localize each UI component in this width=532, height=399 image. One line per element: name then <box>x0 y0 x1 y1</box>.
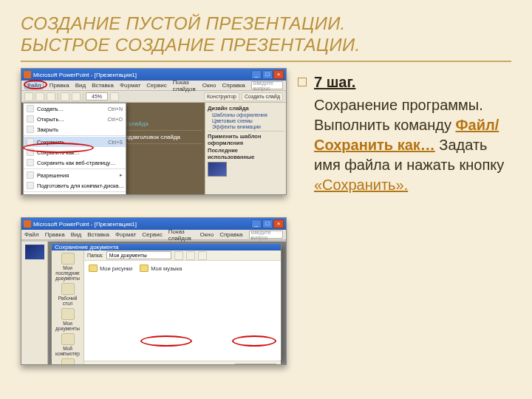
task-pane-apply-header: Применить шаблон оформления <box>208 133 284 146</box>
menu-file[interactable]: Файл <box>24 231 39 238</box>
place-recent[interactable]: Мои последние документы <box>55 253 81 281</box>
maximize-button[interactable]: □ <box>262 70 273 79</box>
toolbar: 45% Конструктор Создать слайд <box>21 91 286 103</box>
nav-tools-button[interactable] <box>198 251 207 260</box>
app-icon <box>24 71 31 78</box>
save-dialog-bottom: Имя файла: Презентация1 Сохранить Тип фа… <box>84 361 281 365</box>
menu-window[interactable]: Окно <box>202 82 216 89</box>
window-titlebar: Microsoft PowerPoint - [Презентация1] _ … <box>21 218 286 230</box>
close-button[interactable]: × <box>273 219 284 228</box>
menu-tools[interactable]: Сервис <box>146 82 166 89</box>
task-pane: Дизайн слайда Шаблоны оформления Цветовы… <box>205 103 286 194</box>
toolbar-button[interactable] <box>110 92 119 101</box>
template-preview[interactable] <box>208 162 227 177</box>
folder-label: Папка: <box>87 253 103 258</box>
place-desktop[interactable]: Рабочий стол <box>55 283 81 306</box>
toolbar-button[interactable] <box>72 92 81 101</box>
toolbar-button[interactable] <box>24 92 33 101</box>
open-icon <box>27 115 34 123</box>
save-icon <box>27 138 34 146</box>
instruction-save-button-text: «Сохранить». <box>314 177 408 193</box>
save-dialog: Сохранение документа Мои последние докум… <box>51 243 282 360</box>
folder-icon <box>140 265 149 272</box>
menu-help[interactable]: Справка <box>219 231 242 238</box>
task-pane-link[interactable]: Цветовые схемы <box>212 118 284 123</box>
menubar: Файл Правка Вид Вставка Формат Сервис По… <box>21 81 286 91</box>
network-icon <box>61 358 75 365</box>
zoom-combo[interactable]: 45% <box>86 92 108 100</box>
menu-view[interactable]: Вид <box>75 82 86 89</box>
folder-toolbar: Папка: Мои документы <box>84 250 281 261</box>
file-menu-dropdown: Создать…Ctrl+N Открыть…Ctrl+O Закрыть Со… <box>23 103 126 195</box>
folder-list[interactable]: Мои рисунки Моя музыка <box>84 261 281 361</box>
minimize-button[interactable]: _ <box>251 219 262 228</box>
close-button[interactable]: × <box>273 70 284 79</box>
menu-edit[interactable]: Правка <box>45 231 65 238</box>
folder-combo[interactable]: Мои документы <box>106 251 171 259</box>
folder-item[interactable]: Мои рисунки <box>89 265 132 272</box>
menu-insert[interactable]: Вставка <box>92 82 114 89</box>
save-as-icon <box>27 149 34 156</box>
nav-up-button[interactable] <box>186 251 195 260</box>
file-menu-save-as[interactable]: Сохранить как… <box>24 147 126 157</box>
menu-window[interactable]: Окно <box>200 231 214 238</box>
new-icon <box>27 105 34 112</box>
place-mycomputer[interactable]: Мой компьютер <box>55 333 81 356</box>
save-button[interactable]: Сохранить <box>234 364 277 365</box>
menu-format[interactable]: Формат <box>115 231 136 238</box>
folder-icon <box>61 253 75 265</box>
file-menu-close[interactable]: Закрыть <box>24 124 126 134</box>
slide-title-placeholder: ок слайда <box>121 119 202 129</box>
menu-view[interactable]: Вид <box>71 231 81 238</box>
task-pane-link[interactable]: Эффекты анимации <box>212 124 284 129</box>
desktop-icon <box>61 283 75 295</box>
nav-back-button[interactable] <box>174 251 183 260</box>
step-label: 7 шаг. <box>314 74 355 90</box>
help-search-input[interactable]: Введите вопрос <box>249 231 283 239</box>
page-icon <box>27 194 34 195</box>
file-menu-save-as-web[interactable]: Сохранить как веб-страницу… <box>24 157 126 168</box>
file-menu-open[interactable]: Открыть…Ctrl+O <box>24 114 126 124</box>
folder-item[interactable]: Моя музыка <box>140 265 182 272</box>
instruction-text: 7 шаг. Сохранение программы. Выполнить к… <box>292 66 532 399</box>
menu-help[interactable]: Справка <box>222 82 245 89</box>
help-search-input[interactable]: Введите вопрос <box>251 81 283 89</box>
slide-thumbnail[interactable] <box>25 245 44 259</box>
window-title: Microsoft PowerPoint - [Презентация1] <box>33 72 137 78</box>
lock-icon <box>27 171 34 179</box>
file-menu-page-setup[interactable]: Параметры страницы… <box>24 193 126 195</box>
place-mydocs[interactable]: Мои документы <box>55 308 81 331</box>
toolbar-separator <box>58 92 58 101</box>
toolbar-button[interactable] <box>47 92 55 101</box>
menubar: Файл Правка Вид Вставка Формат Сервис По… <box>21 230 286 240</box>
slide-canvas: ок слайда Подзаголовок слайда <box>121 119 202 146</box>
app-icon <box>24 220 31 228</box>
file-menu-permissions[interactable]: Разрешения▸ <box>24 170 126 180</box>
computer-icon <box>61 333 75 345</box>
menu-tools[interactable]: Сервис <box>142 231 162 238</box>
minimize-button[interactable]: _ <box>251 70 262 79</box>
task-pane-link[interactable]: Шаблоны оформления <box>212 112 284 117</box>
toolbar-button[interactable] <box>61 92 69 101</box>
file-menu-save[interactable]: СохранитьCtrl+S <box>24 137 126 147</box>
place-network[interactable]: Мое сетевое окружение <box>55 358 81 365</box>
file-menu-new[interactable]: Создать…Ctrl+N <box>24 103 126 114</box>
menu-slideshow[interactable]: Показ слайдов <box>173 79 197 92</box>
save-dialog-title: Сохранение документа <box>52 244 281 250</box>
toolbar-new-slide-chip[interactable]: Создать слайд <box>242 92 283 101</box>
title-underline <box>21 61 511 62</box>
folder-icon <box>61 308 75 320</box>
toolbar-designer-chip[interactable]: Конструктор <box>204 92 239 101</box>
toolbar-button[interactable] <box>35 92 44 101</box>
filename-input[interactable]: Презентация1 <box>123 364 231 365</box>
menu-file[interactable]: Файл <box>24 81 44 89</box>
bullet-icon <box>298 78 307 86</box>
menu-format[interactable]: Формат <box>120 82 140 89</box>
menu-edit[interactable]: Правка <box>50 82 69 89</box>
file-menu-package-cd[interactable]: Подготовить для компакт-диска… <box>24 180 126 191</box>
places-bar: Мои последние документы Рабочий стол Мои… <box>52 250 84 365</box>
slide-title-line1: СОЗДАНИЕ ПУСТОЙ ПРЕЗЕНТАЦИИ. <box>21 13 511 35</box>
menu-insert[interactable]: Вставка <box>87 231 109 238</box>
menu-slideshow[interactable]: Показ слайдов <box>168 228 194 242</box>
maximize-button[interactable]: □ <box>262 219 273 228</box>
